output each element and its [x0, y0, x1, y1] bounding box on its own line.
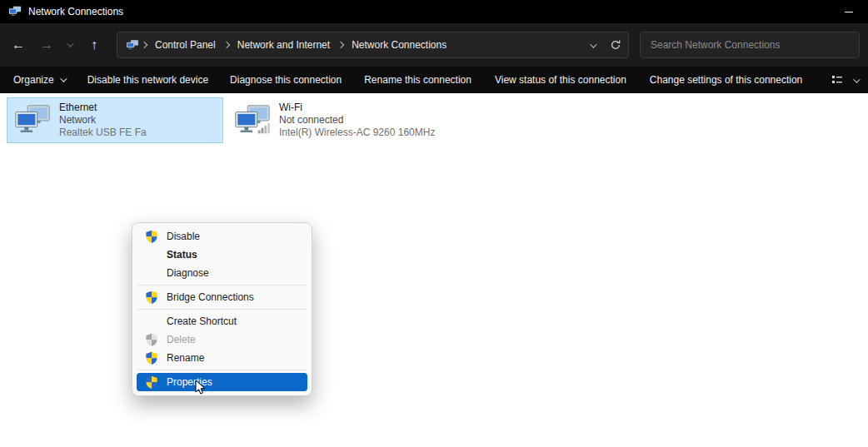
breadcrumb-network-connections[interactable]: Network Connections — [346, 32, 452, 57]
window-title: Network Connections — [28, 6, 123, 17]
menu-separator — [137, 285, 307, 286]
minimize-button[interactable] — [830, 0, 868, 23]
ethernet-connection-item[interactable]: Ethernet Network Realtek USB FE Fa — [7, 97, 223, 143]
back-button[interactable]: ← — [7, 33, 30, 57]
navigation-bar: ← → ↑ Control Panel Network and Internet… — [0, 23, 868, 67]
organize-button[interactable]: Organize — [13, 74, 65, 86]
title-bar: Network Connections — [0, 0, 868, 23]
connection-device: Intel(R) Wireless-AC 9260 160MHz — [279, 127, 435, 139]
view-status-command[interactable]: View status of this connection — [495, 74, 626, 86]
folder-content-area: Ethernet Network Realtek USB FE Fa Wi-Fi… — [0, 93, 868, 447]
menu-item-diagnose[interactable]: Diagnose — [137, 264, 307, 282]
organize-label: Organize — [13, 74, 54, 86]
chevron-down-icon — [60, 75, 67, 82]
connection-status: Not connected — [279, 114, 435, 127]
refresh-icon — [610, 39, 621, 51]
uac-shield-icon — [145, 291, 158, 304]
menu-separator — [137, 309, 307, 310]
menu-separator — [137, 370, 307, 370]
menu-item-status[interactable]: Status — [137, 246, 307, 264]
wifi-connection-item[interactable]: Wi-Fi Not connected Intel(R) Wireless-AC… — [227, 97, 443, 143]
chevron-right-icon — [142, 42, 147, 47]
diagnose-connection-command[interactable]: Diagnose this connection — [230, 74, 342, 86]
mouse-cursor-icon — [195, 380, 206, 399]
refresh-button[interactable] — [610, 39, 621, 51]
chevron-right-icon — [224, 42, 229, 47]
empty-icon-slot — [145, 248, 158, 261]
menu-item-rename[interactable]: Rename — [137, 349, 307, 367]
menu-item-disable[interactable]: Disable — [137, 227, 307, 246]
details-view-icon — [831, 74, 843, 86]
breadcrumb-network-and-internet[interactable]: Network and Internet — [232, 32, 336, 57]
change-settings-command[interactable]: Change settings of this connection — [650, 74, 802, 86]
command-bar: Organize Disable this network device Dia… — [0, 67, 868, 93]
view-options-button[interactable] — [831, 74, 843, 86]
chevron-down-icon — [67, 40, 73, 47]
connection-name: Wi-Fi — [279, 102, 435, 114]
up-button[interactable]: ↑ — [82, 33, 106, 57]
address-location-icon — [126, 40, 139, 51]
network-app-icon — [8, 6, 22, 17]
wifi-adapter-icon — [233, 103, 272, 138]
minimize-icon — [845, 12, 853, 12]
menu-item-create-shortcut[interactable]: Create Shortcut — [137, 312, 307, 330]
search-input[interactable] — [641, 32, 859, 57]
breadcrumb-control-panel[interactable]: Control Panel — [149, 32, 222, 57]
uac-shield-icon — [145, 333, 158, 346]
menu-item-properties[interactable]: Properties — [137, 373, 307, 391]
rename-connection-command[interactable]: Rename this connection — [364, 74, 471, 86]
menu-item-delete[interactable]: Delete — [137, 330, 307, 349]
menu-item-bridge-connections[interactable]: Bridge Connections — [137, 288, 307, 306]
connection-name: Ethernet — [59, 102, 147, 114]
uac-shield-icon — [145, 230, 158, 243]
search-box — [640, 32, 860, 58]
recent-locations-dropdown[interactable] — [61, 33, 77, 57]
empty-icon-slot — [145, 315, 158, 328]
ethernet-adapter-icon — [13, 103, 52, 138]
address-dropdown-button[interactable] — [590, 39, 595, 51]
uac-shield-icon — [145, 351, 158, 365]
uac-shield-icon — [145, 375, 158, 389]
forward-button[interactable]: → — [35, 33, 58, 57]
view-dropdown-button[interactable] — [853, 74, 858, 86]
connection-device: Realtek USB FE Fa — [59, 127, 147, 139]
empty-icon-slot — [145, 266, 158, 280]
context-menu: Disable Status Diagnose Bridge Connectio… — [132, 222, 312, 396]
disable-device-command[interactable]: Disable this network device — [87, 74, 208, 86]
connection-status: Network — [59, 114, 147, 127]
network-connections-window: Network Connections ← → ↑ Control Panel … — [0, 0, 868, 447]
chevron-right-icon — [338, 42, 343, 47]
address-bar[interactable]: Control Panel Network and Internet Netwo… — [117, 32, 629, 58]
